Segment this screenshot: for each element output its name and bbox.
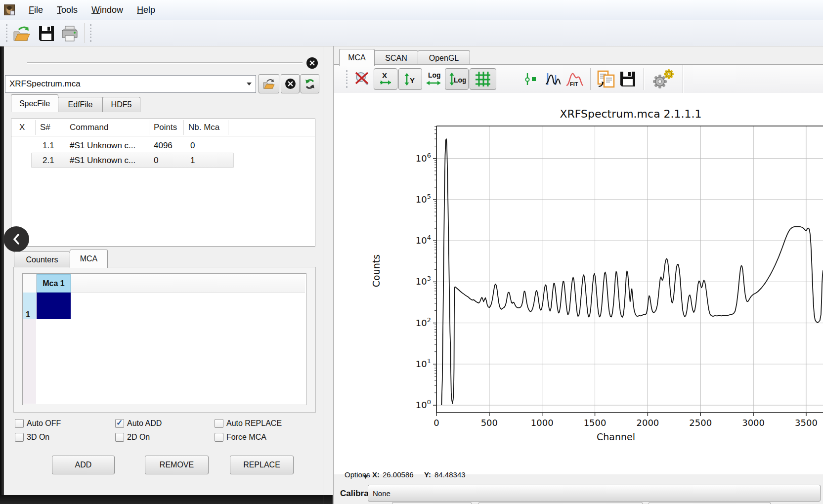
zoom-reset-button[interactable]	[352, 69, 373, 89]
tab-hdf5[interactable]: HDF5	[102, 97, 140, 112]
tab-opengl-view[interactable]: OpenGL	[418, 50, 470, 66]
mca-selection-grid[interactable]: Mca 1 1	[22, 273, 306, 405]
open-file-button[interactable]	[259, 74, 279, 93]
fit-icon: FIT	[565, 71, 584, 87]
scan-table[interactable]: X S# Command Points Nb. Mca 1.1 #S1 Unkn…	[11, 119, 315, 247]
auto-off-checkbox[interactable]	[15, 419, 24, 428]
left-panel-border	[323, 46, 323, 504]
close-file-button[interactable]	[281, 74, 300, 93]
x-autoscale-icon: X	[377, 71, 394, 87]
col-header-points[interactable]: Points	[154, 123, 177, 132]
force-mca-label: Force MCA	[226, 433, 266, 442]
save-plot-icon	[619, 71, 636, 87]
calibration-combo[interactable]: None	[368, 485, 821, 502]
file-combo-value: XRFSpectrum.mca	[5, 79, 81, 89]
divider	[0, 46, 823, 46]
tab-mca-view[interactable]: MCA	[339, 49, 375, 66]
menu-tools[interactable]: Tools	[50, 3, 85, 17]
cut-off-button[interactable]	[478, 502, 643, 504]
toolbar-drag-handle[interactable]	[6, 24, 7, 42]
mca-column-header[interactable]: Mca 1	[37, 274, 71, 293]
three-d-on-checkbox[interactable]	[15, 433, 24, 442]
svg-text:Counts: Counts	[371, 254, 382, 287]
svg-text:1500: 1500	[584, 418, 606, 428]
copy-print-icon	[597, 70, 615, 88]
tab-scan-view[interactable]: SCAN	[374, 50, 418, 66]
grid-corner-cell	[23, 274, 37, 293]
cut-off-button[interactable]	[392, 502, 472, 504]
two-d-on-label: 2D On	[127, 433, 150, 442]
x-coord-value: 26.00586	[383, 470, 414, 479]
replace-button[interactable]: REPLACE	[230, 456, 294, 474]
tab-counters[interactable]: Counters	[14, 252, 70, 267]
svg-text:105: 105	[416, 193, 431, 205]
window-edge-bottom	[0, 495, 333, 504]
auto-replace-label: Auto REPLACE	[226, 419, 282, 428]
close-source-panel-icon[interactable]	[306, 57, 318, 69]
row-header-strip	[23, 319, 36, 404]
svg-text:104: 104	[416, 234, 431, 246]
add-button[interactable]: ADD	[52, 456, 115, 474]
toolbar-drag-handle-2[interactable]	[90, 24, 91, 42]
collapse-panel-button[interactable]	[3, 226, 29, 252]
tab-mca[interactable]: MCA	[70, 250, 108, 268]
toolbar-separator	[683, 65, 683, 93]
col-header-nbmca[interactable]: Nb. Mca	[188, 123, 219, 132]
tab-specfile[interactable]: SpecFile	[11, 94, 58, 112]
header-filler	[71, 274, 305, 293]
plugins-button[interactable]	[650, 69, 676, 89]
y-coord-value: 84.48343	[434, 470, 466, 479]
svg-text:Log: Log	[454, 76, 466, 84]
col-header-s[interactable]: S#	[40, 123, 50, 132]
auto-add-label: Auto ADD	[127, 419, 162, 428]
force-mca-checkbox[interactable]	[215, 433, 223, 442]
toolbar-separator	[590, 68, 591, 90]
source-separator-line	[27, 62, 303, 64]
remove-button[interactable]: REMOVE	[145, 456, 209, 474]
mca-row-header[interactable]: 1	[23, 293, 36, 319]
svg-text:FIT: FIT	[570, 81, 578, 87]
svg-text:101: 101	[416, 357, 431, 369]
peak-search-button[interactable]	[543, 69, 563, 89]
y-autoscale-button[interactable]: Y	[398, 68, 422, 90]
copy-print-button[interactable]	[596, 69, 616, 89]
tab-edffile[interactable]: EdfFile	[58, 97, 103, 112]
two-d-on-checkbox[interactable]	[115, 433, 124, 442]
x-log-button[interactable]: Log	[423, 69, 444, 89]
save-plot-button[interactable]	[617, 69, 638, 89]
crosshair-points-button[interactable]	[521, 69, 542, 89]
reload-file-button[interactable]	[301, 74, 319, 93]
auto-off-label: Auto OFF	[27, 419, 61, 428]
svg-text:3500: 3500	[795, 418, 818, 428]
menu-help[interactable]: Help	[130, 3, 162, 17]
auto-add-checkbox[interactable]	[115, 419, 124, 428]
cut-off-button[interactable]	[649, 502, 771, 504]
mca-selected-cell[interactable]	[37, 293, 71, 319]
y-log-button[interactable]: Log	[445, 68, 469, 90]
grid-button[interactable]	[470, 68, 496, 90]
pymca-window: File Tools Window Help	[0, 0, 823, 504]
plugins-gears-icon	[651, 69, 675, 89]
file-combo[interactable]: XRFSpectrum.mca	[5, 75, 256, 93]
col-header-command[interactable]: Command	[70, 123, 108, 132]
window-edge	[0, 46, 4, 504]
menu-file[interactable]: File	[22, 3, 50, 17]
menu-bar: File Tools Window Help	[0, 0, 823, 20]
save-icon[interactable]	[38, 25, 55, 42]
y-autoscale-icon: Y	[402, 71, 419, 87]
print-icon[interactable]	[60, 25, 80, 42]
fit-button[interactable]: FIT	[564, 69, 585, 89]
svg-text:XRFSpectrum.mca 2.1.1.1: XRFSpectrum.mca 2.1.1.1	[560, 108, 701, 120]
calibration-value: None	[373, 489, 390, 498]
open-file-icon	[262, 78, 275, 90]
close-icon	[285, 79, 296, 89]
chevron-left-icon	[12, 234, 20, 245]
panel-splitter[interactable]	[333, 46, 334, 504]
open-file-icon[interactable]	[12, 25, 32, 42]
toolbar-drag-handle[interactable]	[346, 70, 347, 88]
col-header-x[interactable]: X	[19, 123, 25, 132]
menu-window[interactable]: Window	[85, 3, 130, 17]
spectrum-plot[interactable]: 0500100015002000250030003500100101102103…	[334, 94, 823, 474]
auto-replace-checkbox[interactable]	[215, 419, 223, 428]
x-autoscale-button[interactable]: X	[374, 68, 397, 90]
